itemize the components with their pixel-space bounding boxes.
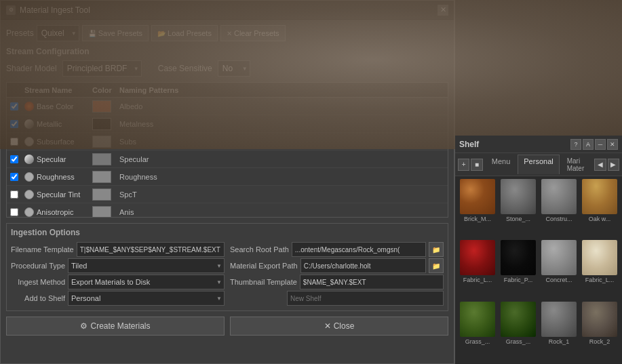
material-export-input[interactable] (300, 258, 426, 273)
procedural-select[interactable]: Tiled UDIM (68, 258, 225, 273)
list-item[interactable]: Concret... (539, 240, 579, 300)
thumbnail-input[interactable] (300, 275, 444, 289)
add-shelf-select[interactable]: Personal Menu (68, 291, 225, 306)
procedural-row: Procedural Type Tiled UDIM (11, 258, 225, 274)
list-item[interactable]: Constru... (539, 179, 579, 239)
row-swatch-anisotropic[interactable] (90, 206, 117, 218)
material-thumb-fabric-p (501, 240, 536, 275)
row-name-specular-tint: Specular Tint (22, 190, 90, 199)
shelf-panel: Shelf ? A ─ ✕ + ■ Menu Personal Mari Mat… (454, 0, 622, 364)
ingest-method-label: Ingest Method (11, 278, 65, 286)
list-item[interactable]: Brick_M... (458, 179, 497, 239)
material-thumb-brick-m (460, 179, 495, 214)
tab-personal[interactable]: Personal (518, 155, 559, 174)
close-button[interactable]: ✕ Close (230, 317, 448, 336)
procedural-select-wrapper: Tiled UDIM (68, 258, 225, 273)
shelf-header: Shelf ? A ─ ✕ (455, 136, 622, 153)
material-label-oak-w: Oak w... (589, 216, 611, 223)
color-swatch-roughness[interactable] (92, 171, 111, 183)
new-shelf-input[interactable] (287, 291, 444, 306)
shelf-a-button[interactable]: A (583, 139, 594, 150)
new-shelf-row (230, 290, 444, 306)
shelf-next-button[interactable]: ▶ (608, 159, 619, 171)
list-item[interactable]: Oak w... (580, 179, 619, 239)
shelf-close-button[interactable]: ✕ (607, 139, 618, 150)
shelf-controls: ? A ─ ✕ (570, 139, 618, 150)
close-icon: ✕ (324, 321, 331, 331)
row-name-anisotropic: Anisotropic (22, 207, 90, 217)
create-materials-button[interactable]: ⚙ Create Materials (6, 317, 225, 336)
stream-icon-specular-tint (24, 190, 34, 199)
material-thumb-constru (541, 179, 577, 214)
material-label-rock-1: Rock_1 (549, 338, 570, 346)
row-name-specular: Specular (22, 155, 90, 164)
row-check-roughness[interactable] (7, 173, 22, 181)
shelf-add-button[interactable]: + (458, 159, 469, 171)
materials-grid: Brick_M... Stone_... Constru... Oak w... (455, 176, 622, 364)
material-thumb-rock-2 (582, 302, 617, 337)
row-pattern-anisotropic: Anis (117, 208, 448, 216)
checkbox-roughness[interactable] (10, 173, 18, 181)
row-swatch-specular[interactable] (90, 153, 117, 165)
list-item[interactable]: Rock_1 (539, 302, 579, 361)
material-export-browse-button[interactable]: 📁 (429, 258, 444, 273)
list-item[interactable]: Grass_... (458, 302, 497, 361)
list-item[interactable]: Fabric_L... (458, 240, 497, 300)
list-item[interactable]: Fabric_P... (499, 240, 538, 300)
row-check-specular[interactable] (7, 155, 22, 163)
close-label: Close (334, 321, 355, 331)
material-thumb-fabric-l (460, 240, 495, 275)
filename-input[interactable] (77, 242, 225, 257)
shelf-tabs: Menu Personal Mari Mater (486, 155, 592, 174)
material-label-fabric-l: Fabric_L... (463, 277, 492, 284)
stream-icon-anisotropic (24, 207, 34, 217)
stream-icon-specular (24, 155, 34, 164)
stream-label-specular-tint: Specular Tint (37, 190, 80, 199)
add-shelf-row: Add to Shelf Personal Menu (11, 290, 225, 306)
ingest-method-select[interactable]: Export Materials to Disk (68, 275, 225, 289)
tab-mari-mater[interactable]: Mari Mater (561, 155, 591, 174)
create-materials-label: Create Materials (90, 321, 150, 331)
ingest-method-row: Ingest Method Export Materials to Disk (11, 274, 225, 290)
row-check-specular-tint[interactable] (7, 190, 22, 199)
row-pattern-specular-tint: SpcT (117, 190, 448, 199)
material-thumb-grass-2 (501, 302, 536, 337)
material-label-stone: Stone_... (506, 216, 530, 223)
row-name-roughness: Roughness (22, 172, 90, 182)
material-label-rock-2: Rock_2 (589, 338, 610, 346)
search-root-row: Search Root Path 📁 (230, 241, 444, 258)
procedural-label: Procedural Type (11, 262, 65, 270)
row-check-anisotropic[interactable] (7, 208, 22, 216)
color-swatch-specular-tint[interactable] (92, 188, 111, 201)
shelf-list-button[interactable]: ■ (471, 159, 482, 171)
search-root-input[interactable] (292, 242, 426, 257)
shelf-minimize-button[interactable]: ─ (595, 139, 606, 150)
table-row: Roughness Roughness (7, 168, 448, 186)
color-swatch-anisotropic[interactable] (92, 206, 111, 218)
shelf-prev-button[interactable]: ◀ (594, 159, 606, 171)
row-swatch-specular-tint[interactable] (90, 188, 117, 201)
tab-menu[interactable]: Menu (486, 155, 517, 174)
left-col: Filename Template Procedural Type Tiled … (11, 241, 225, 306)
color-swatch-specular[interactable] (92, 153, 111, 165)
add-shelf-wrapper: Personal Menu (68, 291, 225, 306)
row-swatch-roughness[interactable] (90, 171, 117, 183)
material-label-grass-1: Grass_... (465, 338, 490, 346)
filename-row: Filename Template (11, 241, 225, 258)
checkbox-specular[interactable] (10, 155, 18, 163)
checkbox-anisotropic[interactable] (10, 208, 18, 216)
filename-label: Filename Template (11, 245, 74, 254)
material-thumb-oak-w (582, 179, 617, 214)
shelf-help-button[interactable]: ? (570, 139, 581, 150)
list-item[interactable]: Rock_2 (580, 302, 619, 361)
list-item[interactable]: Stone_... (499, 179, 538, 239)
search-root-browse-button[interactable]: 📁 (429, 242, 444, 257)
list-item[interactable]: Grass_... (499, 302, 538, 361)
list-item[interactable]: Fabric_L... (580, 240, 619, 300)
material-label-constru: Constru... (545, 216, 572, 223)
checkbox-specular-tint[interactable] (10, 190, 18, 199)
shelf-ui: Shelf ? A ─ ✕ + ■ Menu Personal Mari Mat… (455, 0, 622, 364)
material-label-grass-2: Grass_... (506, 338, 531, 346)
material-export-label: Material Export Path (230, 262, 298, 270)
material-thumb-grass-1 (460, 302, 495, 337)
